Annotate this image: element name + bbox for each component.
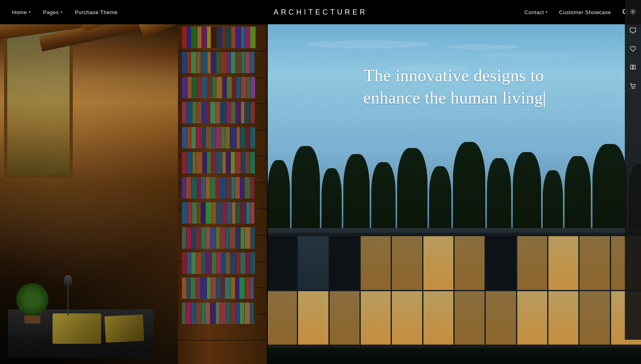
window-cell: [361, 291, 391, 345]
cart-icon-button[interactable]: [627, 80, 639, 92]
hero-heading-line2: enhance the human living: [363, 89, 543, 107]
window-cell: [423, 291, 453, 345]
comment-icon-button[interactable]: [627, 25, 639, 36]
nav-customer-showcase[interactable]: Customer Showcase: [559, 9, 611, 15]
plant-pot: [24, 315, 40, 324]
window-cell: [423, 236, 453, 290]
nav-right: Contact ▾ Customer Showcase: [525, 9, 629, 15]
window-cell: [455, 236, 484, 290]
indoor-plant: [16, 283, 49, 324]
window-cell: [517, 236, 547, 290]
window-cell: [517, 291, 547, 345]
hero-text-area: The innovative designs to enhance the hu…: [353, 65, 555, 109]
house-structure: [267, 228, 641, 364]
tree-silhouettes: [267, 146, 641, 235]
site-logo[interactable]: ARCHITECTURER: [273, 8, 367, 16]
window-cell: [392, 236, 422, 290]
nav-purchase-theme[interactable]: Purchase Theme: [75, 9, 118, 15]
sidebar-icon-panel: [625, 0, 641, 340]
window-cell: [548, 291, 578, 345]
furniture-area: [0, 251, 186, 364]
window-cell: [455, 291, 484, 345]
navigation: Home ▾ Pages ▾ Purchase Theme ARCHITECTU…: [0, 0, 641, 24]
nav-purchase-label: Purchase Theme: [75, 9, 118, 15]
window-cell: [267, 236, 297, 290]
nav-pages-label: Pages: [43, 9, 59, 15]
nav-logo-area: ARCHITECTURER: [273, 8, 367, 17]
window-cell: [298, 236, 328, 290]
lamp-pole: [67, 283, 68, 315]
cushion-2: [104, 315, 144, 343]
nav-left: Home ▾ Pages ▾ Purchase Theme: [12, 9, 118, 15]
svg-point-4: [634, 88, 635, 89]
hero-heading: The innovative designs to enhance the hu…: [353, 65, 555, 109]
house-ground: [267, 348, 641, 364]
nav-home-label: Home: [12, 9, 27, 15]
house-body: [267, 233, 641, 364]
panel-divider: [267, 0, 268, 364]
window-cell: [267, 291, 297, 345]
book-icon-button[interactable]: [627, 62, 639, 73]
window-cell: [486, 236, 516, 290]
window-cell: [392, 291, 422, 345]
window-cell: [486, 291, 516, 345]
house-windows: [267, 233, 641, 348]
svg-point-2: [632, 11, 634, 13]
text-cursor: [544, 92, 545, 107]
window-cell: [298, 291, 328, 345]
hero-background: The innovative designs to enhance the hu…: [267, 24, 641, 364]
nav-home[interactable]: Home ▾: [12, 9, 31, 15]
svg-point-3: [632, 88, 633, 89]
gear-icon-button[interactable]: [627, 6, 639, 17]
window-cell: [330, 236, 360, 290]
house-roof-bar: [267, 228, 641, 233]
window-cell: [580, 236, 609, 290]
window-cell: [548, 236, 578, 290]
nav-contact-chevron: ▾: [546, 10, 548, 14]
window-cell: [580, 291, 609, 345]
lamp-head: [64, 275, 72, 285]
right-panel: The innovative designs to enhance the hu…: [267, 24, 641, 364]
library-window: [4, 24, 73, 178]
window-cell: [330, 291, 360, 345]
cushion-1: [53, 313, 101, 344]
window-cell: [361, 236, 391, 290]
nav-contact-label: Contact: [525, 9, 544, 15]
nav-contact[interactable]: Contact ▾: [525, 9, 548, 15]
nav-pages[interactable]: Pages ▾: [43, 9, 63, 15]
left-panel-image: [0, 0, 267, 364]
book-spines: [182, 24, 263, 364]
nav-showcase-label: Customer Showcase: [559, 9, 611, 15]
nav-home-chevron: ▾: [29, 10, 31, 14]
nav-pages-chevron: ▾: [61, 10, 63, 14]
lamp: [63, 275, 73, 315]
heart-icon-button[interactable]: [627, 43, 639, 55]
hero-heading-line1: The innovative designs to: [364, 66, 544, 85]
plant-leaves: [16, 283, 49, 315]
